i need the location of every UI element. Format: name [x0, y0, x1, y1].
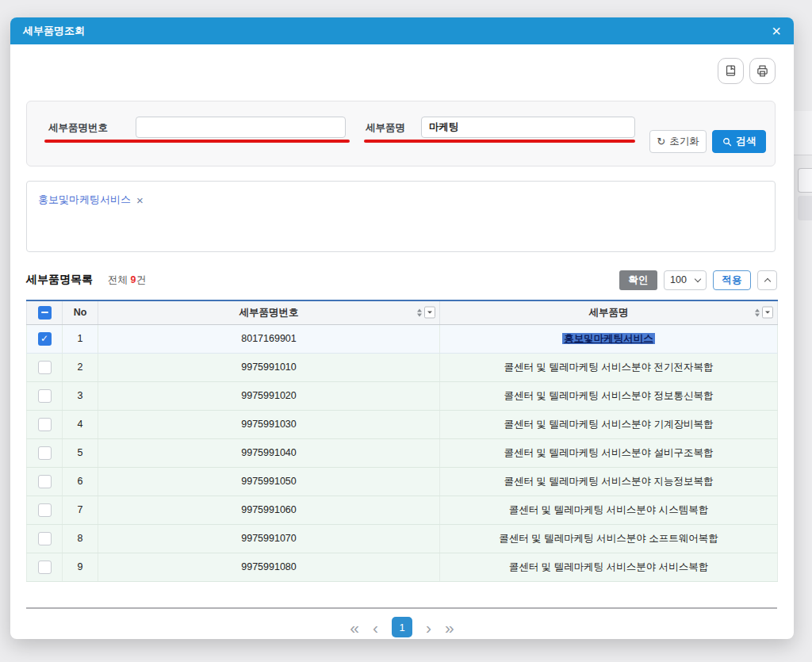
row-item-code[interactable]: 9975991040 — [98, 438, 440, 467]
row-item-code[interactable]: 9975991080 — [98, 553, 440, 581]
table-header-row: No 세부품명번호 세부품명 — [27, 300, 778, 324]
table-row[interactable]: ✓18017169901홍보및마케팅서비스 — [27, 324, 778, 353]
row-checkbox[interactable] — [38, 446, 52, 460]
item-code-input[interactable] — [136, 117, 346, 138]
column-item-name[interactable]: 세부품명 — [440, 300, 778, 324]
close-icon[interactable]: × — [772, 23, 781, 39]
filter-dropdown-icon[interactable] — [424, 307, 435, 319]
table-row[interactable]: 89975991070콜센터 및 텔레마케팅 서비스분야 소프트웨어복합 — [27, 524, 778, 553]
table-row[interactable]: 99975991080콜센터 및 텔레마케팅 서비스분야 서비스복합 — [27, 553, 778, 581]
tag-remove-icon[interactable]: × — [136, 194, 144, 206]
row-checkbox[interactable] — [38, 532, 52, 545]
row-checkbox-cell — [27, 438, 63, 467]
row-number: 9 — [63, 553, 98, 581]
row-item-code[interactable]: 9975991050 — [98, 467, 440, 496]
reset-button-label: 초기화 — [669, 135, 699, 148]
row-checkbox[interactable]: ✓ — [38, 332, 52, 346]
book-icon — [724, 64, 737, 78]
first-page-icon[interactable]: « — [350, 619, 359, 636]
search-icon — [722, 137, 732, 147]
prev-page-icon[interactable]: ‹ — [373, 619, 378, 636]
current-page-button[interactable]: 1 — [392, 617, 412, 637]
manual-button[interactable] — [718, 58, 744, 84]
column-item-code[interactable]: 세부품명번호 — [98, 300, 440, 324]
row-item-name[interactable]: 콜센터 및 텔레마케팅 서비스분야 정보통신복합 — [440, 381, 778, 410]
column-item-code-label: 세부품명번호 — [239, 307, 299, 318]
detail-item-table: No 세부품명번호 세부품명 — [26, 300, 777, 582]
row-checkbox[interactable] — [38, 561, 52, 574]
page-size-select[interactable]: 100 — [664, 270, 707, 290]
search-button-label: 검색 — [737, 135, 756, 148]
row-item-name[interactable]: 콜센터 및 텔레마케팅 서비스분야 시스템복합 — [440, 496, 778, 524]
row-item-name[interactable]: 콜센터 및 텔레마케팅 서비스분야 설비구조복합 — [440, 438, 778, 467]
table-row[interactable]: 79975991060콜센터 및 텔레마케팅 서비스분야 시스템복합 — [27, 496, 778, 524]
row-checkbox-cell — [27, 496, 63, 524]
row-checkbox[interactable] — [38, 418, 52, 431]
table-row[interactable]: 29975991010콜센터 및 텔레마케팅 서비스분야 전기전자복합 — [27, 353, 778, 381]
table-row[interactable]: 39975991020콜센터 및 텔레마케팅 서비스분야 정보통신복합 — [27, 381, 778, 410]
reset-button[interactable]: ↻ 초기화 — [649, 130, 707, 153]
apply-button[interactable]: 적용 — [713, 270, 751, 290]
row-checkbox-cell: ✓ — [27, 324, 63, 353]
row-checkbox[interactable] — [38, 503, 52, 517]
row-number: 2 — [63, 353, 98, 381]
row-item-code[interactable]: 8017169901 — [98, 324, 440, 353]
selected-item-name[interactable]: 홍보및마케팅서비스 — [562, 333, 655, 344]
item-name-input[interactable] — [421, 117, 635, 138]
detail-item-lookup-dialog: 세부품명조회 × 세부품명번호 — [10, 17, 794, 639]
row-item-code[interactable]: 9975991070 — [98, 524, 440, 553]
row-item-code[interactable]: 9975991030 — [98, 410, 440, 438]
sort-filter-controls — [417, 307, 435, 319]
dialog-titlebar: 세부품명조회 × — [10, 17, 794, 44]
row-checkbox[interactable] — [38, 361, 52, 374]
selected-item-tag: 홍보및마케팅서비스 × — [38, 193, 144, 207]
item-code-label: 세부품명번호 — [48, 121, 108, 135]
page-size-value: 100 — [670, 274, 687, 285]
table-row[interactable]: 69975991050콜센터 및 텔레마케팅 서비스분야 지능정보복합 — [27, 467, 778, 496]
row-item-name[interactable]: 콜센터 및 텔레마케팅 서비스분야 기계장비복합 — [440, 410, 778, 438]
row-number: 6 — [63, 467, 98, 496]
background-button-fragment — [798, 168, 812, 193]
column-no: No — [63, 300, 98, 324]
row-number: 5 — [63, 438, 98, 467]
row-number: 4 — [63, 410, 98, 438]
table-row[interactable]: 49975991030콜센터 및 텔레마케팅 서비스분야 기계장비복합 — [27, 410, 778, 438]
table-row[interactable]: 59975991040콜센터 및 텔레마케팅 서비스분야 설비구조복합 — [27, 438, 778, 467]
total-count-text: 전체 9건 — [108, 274, 146, 287]
row-checkbox[interactable] — [38, 475, 52, 488]
selected-item-tag-label: 홍보및마케팅서비스 — [38, 193, 131, 207]
chevron-down-icon — [695, 275, 701, 281]
filter-dropdown-icon[interactable] — [762, 307, 773, 319]
row-item-name[interactable]: 홍보및마케팅서비스 — [440, 324, 778, 353]
confirm-button[interactable]: 확인 — [619, 270, 657, 290]
last-page-icon[interactable]: » — [445, 619, 454, 636]
required-underline — [364, 140, 635, 143]
row-item-code[interactable]: 9975991020 — [98, 381, 440, 410]
search-form: 세부품명번호 세부품명 ↻ 초기화 검색 — [26, 101, 776, 166]
row-checkbox-cell — [27, 524, 63, 553]
row-item-code[interactable]: 9975991060 — [98, 496, 440, 524]
refresh-icon: ↻ — [657, 136, 665, 147]
collapse-button[interactable] — [757, 270, 777, 290]
next-page-icon[interactable]: › — [426, 619, 431, 636]
print-button[interactable] — [749, 58, 776, 84]
header-checkbox-cell — [27, 300, 63, 324]
row-item-name[interactable]: 콜센터 및 텔레마케팅 서비스분야 소프트웨어복합 — [440, 524, 778, 553]
list-header: 세부품명목록 전체 9건 확인 100 적용 — [26, 269, 777, 291]
row-item-name[interactable]: 콜센터 및 텔레마케팅 서비스분야 서비스복합 — [440, 553, 778, 581]
sort-icon[interactable] — [755, 308, 760, 316]
row-number: 1 — [63, 324, 98, 353]
dialog-title: 세부품명조회 — [23, 24, 85, 38]
sort-filter-controls — [755, 307, 773, 319]
column-item-name-label: 세부품명 — [589, 307, 629, 318]
row-item-name[interactable]: 콜센터 및 텔레마케팅 서비스분야 전기전자복합 — [440, 353, 778, 381]
row-checkbox[interactable] — [38, 389, 52, 403]
sort-icon[interactable] — [417, 308, 422, 316]
chevron-up-icon — [764, 277, 770, 284]
list-controls: 확인 100 적용 — [619, 270, 777, 290]
row-item-name[interactable]: 콜센터 및 텔레마케팅 서비스분야 지능정보복합 — [440, 467, 778, 496]
row-item-code[interactable]: 9975991010 — [98, 353, 440, 381]
select-all-checkbox[interactable] — [38, 306, 52, 320]
row-number: 8 — [63, 524, 98, 553]
search-button[interactable]: 검색 — [712, 130, 766, 153]
